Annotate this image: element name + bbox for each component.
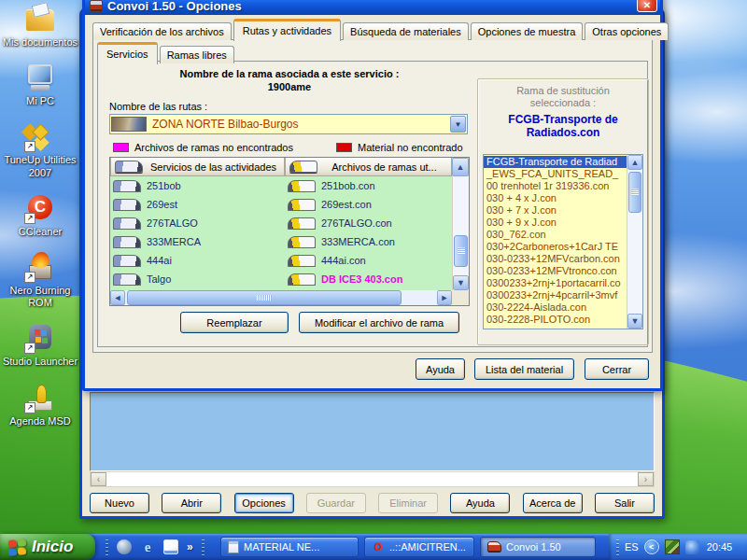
main-window-button[interactable]: Opciones <box>234 493 294 513</box>
dialog-tab[interactable]: Verificación de los archivos <box>92 22 232 40</box>
modificar-archivo-button[interactable]: Modificar el archivo de rama <box>299 312 459 333</box>
scroll-left-button[interactable]: ‹ <box>91 472 106 486</box>
substitution-item[interactable]: 030-0233+12MFVtronco.con <box>484 265 627 277</box>
desktop-icon[interactable]: Agenda MSD <box>1 383 79 427</box>
train-icon <box>113 199 141 211</box>
dialog-tab[interactable]: Otras opciones <box>585 22 669 40</box>
dialog-tabs: Verificación de los archivosRutas y acti… <box>92 19 670 40</box>
scrollbar-thumb[interactable] <box>628 172 641 213</box>
desktop-icon-image <box>24 323 56 353</box>
scroll-up-button[interactable]: ▲ <box>627 155 642 170</box>
dialog-tab[interactable]: Búsqueda de materiales <box>343 22 469 40</box>
desktop: Mis documentos Mi PC TuneUp Utilities 20… <box>0 0 747 560</box>
substitution-item[interactable]: 030-2224-Aislada.con <box>484 301 627 314</box>
service-row[interactable]: Talgo DB ICE3 403.con <box>110 270 452 288</box>
dialog-titlebar[interactable]: Convoi 1.50 - Opciones ✕ <box>85 0 660 15</box>
service-row[interactable]: 444ai 444ai.con <box>110 251 452 270</box>
desktop-icon[interactable]: CCleaner <box>1 193 79 238</box>
service-row[interactable]: 269est 269est.con <box>110 195 452 214</box>
substitution-item[interactable]: 030_762.con <box>484 229 627 241</box>
main-window-button[interactable]: Nuevo <box>90 493 149 513</box>
service-row[interactable]: 276TALGO 276TALGO.con <box>110 214 452 232</box>
vertical-scrollbar[interactable]: ▼ <box>452 176 469 290</box>
tray-chevron-icon[interactable]: < <box>644 539 659 554</box>
close-icon[interactable]: ✕ <box>637 0 657 12</box>
start-label: Inicio <box>32 538 73 556</box>
main-horizontal-scrollbar[interactable]: ‹ › <box>90 471 655 487</box>
substitution-item[interactable]: 030 + 7 x J.con <box>484 204 627 217</box>
legend-color-swatch <box>113 143 129 152</box>
substitution-item[interactable]: 0300233+2rnj+4pcarril+3mvf <box>484 289 627 301</box>
internet-explorer-icon[interactable]: e <box>140 539 155 554</box>
start-button[interactable]: Inicio <box>0 534 95 560</box>
ayuda-button[interactable]: Ayuda <box>416 358 465 380</box>
substitution-item[interactable]: 030-0233+12MFVcarbon.con <box>484 253 627 265</box>
task-label: ..::AMICITREN... <box>389 541 466 553</box>
scroll-right-button[interactable]: › <box>638 472 654 486</box>
substitution-item[interactable]: 030-2228-PILOTO.con <box>484 314 627 326</box>
horizontal-scrollbar[interactable]: ◄ ► <box>110 290 452 305</box>
tray-app-icon[interactable] <box>665 539 680 554</box>
route-combobox[interactable]: ZONA NORTE Bilbao-Burgos ▼ <box>109 114 468 134</box>
substitution-item[interactable]: FCGB-Transporte de Radiad <box>484 156 627 168</box>
sub-tab[interactable]: Ramas libres <box>160 46 234 63</box>
main-window-button[interactable]: Salir <box>595 493 655 513</box>
desktop-icon[interactable]: Studio Launcher <box>1 323 79 368</box>
scroll-down-button[interactable]: ▼ <box>453 275 469 290</box>
language-indicator[interactable]: ES <box>625 541 639 553</box>
scrollbar-track <box>125 290 437 305</box>
desktop-icon-art <box>24 63 56 92</box>
main-window-button[interactable]: Guardar <box>306 493 366 513</box>
desktop-icon[interactable]: TuneUp Utilities 2007 <box>1 121 79 178</box>
quick-launch-chevron[interactable]: » <box>187 540 193 553</box>
substitution-item[interactable]: 030 + 4 x J.con <box>484 192 627 204</box>
main-window-button[interactable]: Ayuda <box>450 493 510 513</box>
dialog-body: Verificación de los archivosRutas y acti… <box>85 15 660 388</box>
tray-volume-icon[interactable] <box>685 540 699 554</box>
scrollbar-thumb[interactable] <box>454 235 468 267</box>
scroll-down-button[interactable]: ▼ <box>627 314 642 329</box>
substitution-item[interactable]: 0300233+2rnj+1portacarril.co <box>484 277 627 289</box>
substitution-item[interactable]: _EWS_FCA_UNITS_READ_ <box>484 168 627 180</box>
train-icon <box>288 199 316 211</box>
desktop-icon-art <box>24 252 56 282</box>
scroll-right-button[interactable]: ► <box>437 290 452 305</box>
mail-icon[interactable] <box>163 539 178 554</box>
train-icon <box>288 236 316 248</box>
scrollbar-thumb[interactable] <box>127 290 402 305</box>
substitution-item[interactable]: 030 + 9 x J.con <box>484 217 627 229</box>
dialog-tab[interactable]: Opciones de muestra <box>471 22 584 40</box>
vertical-scrollbar[interactable]: ▲ ▼ <box>627 155 642 329</box>
reemplazar-button[interactable]: Reemplazar <box>180 312 289 333</box>
column-header-files[interactable]: Archivos de ramas ut... <box>285 158 452 176</box>
desktop-icon[interactable]: Mis documentos <box>1 4 79 49</box>
desktop-icon-art <box>24 193 56 223</box>
show-desktop-icon[interactable] <box>117 539 132 554</box>
service-row[interactable]: 333MERCA 333MERCA.con <box>110 232 452 251</box>
substitution-item[interactable]: 00 trenhotel 1r 319336.con <box>484 180 627 192</box>
train-icon <box>113 217 141 230</box>
service-row[interactable]: 251bob 251bob.con <box>110 176 452 195</box>
desktop-icon[interactable]: Mi PC <box>1 63 79 107</box>
task-button-material[interactable]: MATERIAL NE... <box>220 537 359 557</box>
main-window-button[interactable]: Acerca de <box>523 493 583 513</box>
desktop-icon[interactable]: Nero Burning ROM <box>1 252 79 309</box>
chevron-down-icon[interactable]: ▼ <box>450 116 466 133</box>
dialog-tab[interactable]: Rutas y actividades <box>233 19 341 41</box>
windows-flag-icon <box>8 539 26 556</box>
cerrar-button[interactable]: Cerrar <box>585 358 649 380</box>
desktop-icon-label: TuneUp Utilities 2007 <box>1 154 79 178</box>
main-window-button[interactable]: Abrir <box>162 493 221 513</box>
main-window-button[interactable]: Eliminar <box>378 493 438 513</box>
sub-tab[interactable]: Servicios <box>97 42 158 64</box>
substitution-item[interactable]: 030+2Carboneros+1CarJ TE <box>484 241 627 253</box>
system-tray: ES < 20:45 <box>609 534 747 560</box>
column-header-services[interactable]: Servicios de las actividades <box>110 158 285 176</box>
scroll-left-button[interactable]: ◄ <box>110 290 125 305</box>
scroll-up-button[interactable]: ▲ <box>452 158 469 176</box>
task-button-amicitren[interactable]: O ..::AMICITREN... <box>364 537 474 557</box>
task-button-convoi[interactable]: Convoi 1.50 <box>480 537 596 557</box>
clock: 20:45 <box>707 541 733 553</box>
train-icon <box>115 161 143 173</box>
lista-del-material-button[interactable]: Lista del material <box>474 358 574 380</box>
